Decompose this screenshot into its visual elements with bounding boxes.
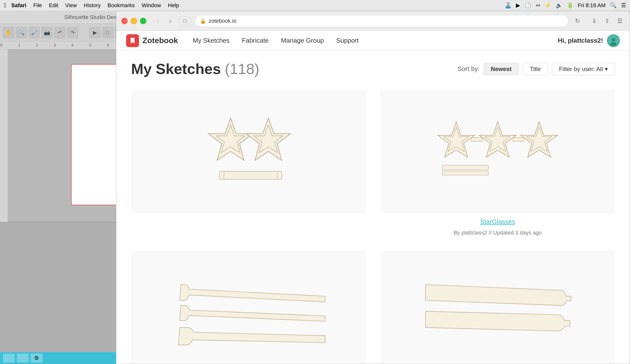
menu-safari[interactable]: Safari [11, 2, 26, 9]
page-title-area: My Sketches (118) [131, 60, 260, 77]
sketch-meta: By plattclass2 // Updated 3 days ago [454, 230, 542, 236]
page-header: My Sketches (118) Sort by: Newest Title … [131, 60, 615, 77]
minimize-button[interactable] [130, 18, 137, 24]
sketch-card-starglasses: StarGlasses By plattclass2 // Updated 3 … [380, 90, 615, 236]
menubar-right: 🚠 ▶ 🕐 ∾ ⚡ 🔈 🔋 Fri 8:19 AM 🔍 ☰ [505, 2, 626, 9]
nav-manage-group[interactable]: Manage Group [281, 37, 324, 44]
reader-button[interactable]: ☰ [615, 16, 625, 26]
bottom-bar-item[interactable] [17, 354, 29, 363]
tool-select[interactable]: ▶ [89, 27, 100, 38]
tool-zoom-in[interactable]: 🔍 [16, 27, 27, 38]
control-center-icon[interactable]: ☰ [621, 2, 626, 9]
dropbox-icon[interactable]: 🚠 [505, 2, 512, 9]
url-text: zotebook.io [208, 18, 236, 24]
macos-menubar:  Safari File Edit View History Bookmark… [0, 0, 630, 11]
reload-button[interactable]: ↻ [572, 16, 582, 26]
tab-overview-button[interactable]: □ [179, 16, 191, 26]
menu-file[interactable]: File [33, 2, 42, 9]
svg-rect-8 [220, 171, 224, 179]
sketch-preview[interactable] [131, 90, 366, 213]
hi-label: Hi, [558, 37, 566, 44]
volume-icon[interactable]: 🔈 [556, 2, 562, 9]
sketch-preview-glasses-arms[interactable] [131, 251, 366, 364]
sketch-preview-starglasses[interactable] [380, 90, 615, 213]
sketch-preview-glasses-arms-right[interactable] [380, 251, 615, 364]
svg-rect-18 [442, 165, 488, 170]
time-display: Fri 8:19 AM [578, 2, 606, 9]
download-button[interactable]: ⇓ [589, 16, 599, 26]
ruler-mark: 0 [0, 43, 18, 48]
svg-rect-19 [442, 171, 488, 175]
sketch-title-row: StarGlasses [477, 218, 518, 227]
bottom-bar-item-icon[interactable]: ⚙ [30, 354, 42, 363]
ruler-vertical [0, 49, 8, 222]
tool-rect[interactable]: □ [102, 27, 113, 38]
user-avatar[interactable] [607, 34, 620, 47]
sort-area: Sort by: Newest Title Filter by user: Al… [458, 63, 615, 75]
svg-rect-17 [513, 138, 524, 141]
clock-icon: 🕐 [524, 2, 531, 9]
nav-my-sketches[interactable]: My Sketches [193, 37, 230, 44]
greeting-text: Hi, plattclass2! [558, 37, 603, 44]
sketch-svg [189, 107, 308, 196]
sketch-grid: StarGlasses By plattclass2 // Updated 3 … [131, 90, 615, 364]
forward-button[interactable]: › [165, 16, 175, 26]
filter-user-button[interactable]: Filter by user: All ▾ [552, 63, 615, 75]
sketch-card-glasses-arms-right [380, 251, 615, 364]
menu-help[interactable]: Help [168, 2, 179, 9]
lock-icon: 🔒 [200, 18, 206, 24]
nav-fabricate[interactable]: Fabricate [242, 37, 268, 44]
sketch-card-glasses-arms-left [131, 251, 366, 364]
page-title: My Sketches [131, 60, 221, 77]
tool-undo[interactable]: ↶ [54, 27, 65, 38]
zotebook-nav: My Sketches Fabricate Manage Group Suppo… [193, 37, 359, 44]
svg-rect-9 [277, 171, 282, 179]
zotebook-navbar: Zotebook My Sketches Fabricate Manage Gr… [116, 31, 630, 50]
svg-rect-7 [220, 171, 282, 179]
tool-zoom-fit[interactable]: 📷 [42, 27, 52, 38]
screenshot-icon[interactable]: ▶ [516, 2, 520, 9]
sketch-count: (118) [225, 60, 260, 77]
zotebook-logo-text: Zotebook [142, 36, 178, 45]
sort-title-button[interactable]: Title [522, 63, 548, 75]
bottom-bar-item[interactable] [3, 354, 15, 363]
tool-hand[interactable]: ✋ [3, 27, 14, 38]
tool-redo[interactable]: ↷ [67, 27, 78, 38]
bluetooth-icon[interactable]: ∾ [536, 2, 540, 9]
menu-edit[interactable]: Edit [49, 2, 58, 9]
browser-titlebar: ‹ › □ 🔒 zotebook.io ↻ ⇓ ⇪ ☰ [116, 11, 630, 31]
wifi-icon[interactable]: ⚡ [544, 2, 551, 9]
filter-chevron-icon: ▾ [605, 66, 608, 72]
tool-zoom-out[interactable]: 🔎 [29, 27, 40, 38]
menu-view[interactable]: View [65, 2, 77, 9]
sort-label: Sort by: [458, 65, 480, 73]
browser-nav[interactable]: ‹ › [153, 16, 175, 26]
nav-support[interactable]: Support [336, 37, 359, 44]
username-value: plattclass2! [568, 37, 603, 44]
browser-actions[interactable]: ⇓ ⇪ ☰ [589, 16, 625, 26]
ruler-mark: 1 [18, 43, 36, 48]
ruler-mark: 5 [89, 43, 107, 48]
back-button[interactable]: ‹ [153, 16, 163, 26]
search-icon[interactable]: 🔍 [610, 2, 617, 9]
ruler-mark: 4 [71, 43, 89, 48]
ruler-mark: 2 [36, 43, 54, 48]
close-button[interactable] [121, 18, 128, 24]
browser-window: ‹ › □ 🔒 zotebook.io ↻ ⇓ ⇪ ☰ Zotebook My … [116, 11, 630, 364]
menu-history[interactable]: History [84, 2, 100, 9]
starglasses-svg [428, 114, 567, 188]
share-button[interactable]: ⇪ [602, 16, 612, 26]
apple-logo-icon[interactable]:  [4, 1, 6, 9]
svg-point-1 [612, 38, 615, 41]
menu-bookmarks[interactable]: Bookmarks [108, 2, 135, 9]
traffic-lights[interactable] [121, 18, 146, 24]
battery-icon[interactable]: 🔋 [567, 2, 574, 9]
menu-window[interactable]: Window [142, 2, 161, 9]
glasses-arms-right-svg [416, 266, 579, 359]
sketch-title-link[interactable]: StarGlasses [480, 218, 515, 226]
zotebook-logo[interactable]: Zotebook [126, 34, 178, 47]
url-bar[interactable]: 🔒 zotebook.io [195, 15, 568, 27]
svg-rect-16 [471, 138, 483, 141]
sort-newest-button[interactable]: Newest [484, 63, 519, 75]
maximize-button[interactable] [140, 18, 146, 24]
